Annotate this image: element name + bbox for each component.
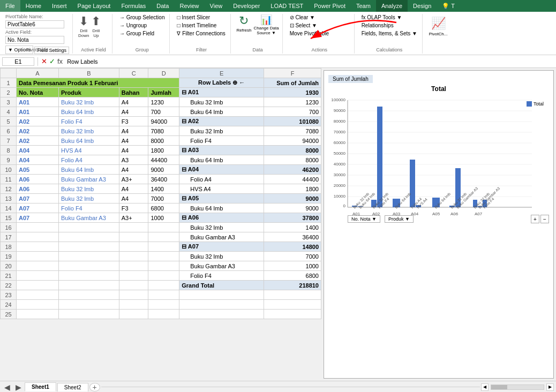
scrollbar-controls: ◀ ▶ xyxy=(481,383,554,391)
table-row: 13 A07 Buku 32 lmb A4 7000 ⊟ A05 9000 xyxy=(1,194,321,203)
formula-bar: ✕ ✓ fx xyxy=(0,55,556,68)
menu-design[interactable]: Design xyxy=(408,0,437,12)
clear-button[interactable]: ⊘ Clear ▼ xyxy=(288,14,317,21)
table-row: 21 Folio F4 6800 xyxy=(1,271,321,281)
chart-collapse-button[interactable]: − xyxy=(540,215,549,223)
ribbon-group-calculations: fx OLAP Tools ▼ Relationships Fields, It… xyxy=(357,14,423,54)
group-selection-button[interactable]: → Group Selection xyxy=(118,14,167,21)
ribbon-group-filter: □ Insert Slicer □ Insert Timeline ∇ Filt… xyxy=(172,14,231,54)
group-filter-label: Filter xyxy=(172,47,230,52)
drill-up-button[interactable]: ⬆ DrillUp xyxy=(91,14,101,38)
no-nota-filter[interactable]: No. Nota ▼ xyxy=(348,215,380,223)
active-field-input[interactable] xyxy=(5,36,64,44)
ribbon-group-actions: ⊘ Clear ▼ ⊡ Select ▼ Move PivotTable Act… xyxy=(285,14,355,54)
chart-expand-button[interactable]: + xyxy=(531,215,539,223)
refresh-button[interactable]: ↻ Refresh xyxy=(236,14,251,33)
spreadsheet-area[interactable]: A B C D E F 1 Data Pemesanan Produk 1 Fe… xyxy=(0,68,321,381)
table-row: 7 A02 Buku 64 lmb A4 8000 Folio F4 94000 xyxy=(1,136,321,146)
svg-text:0: 0 xyxy=(343,203,346,208)
insert-slicer-button[interactable]: □ Insert Slicer xyxy=(175,14,212,21)
group-actions-label: Actions xyxy=(285,47,354,52)
move-pivottable-button[interactable]: Move PivotTable xyxy=(288,30,330,37)
pivotchart-button[interactable]: 📈 xyxy=(431,17,446,31)
table-row: 9 A04 Folio A4 A3 44400 Buku 64 lmb 8000 xyxy=(1,155,321,165)
sheets-bar: ◀ ▶ Sheet1 Sheet2 + ◀ ▶ xyxy=(0,381,556,392)
menu-load-test[interactable]: LOAD TEST xyxy=(265,0,309,12)
relationships-button[interactable]: Relationships xyxy=(360,22,395,29)
table-row: 5 A02 Folio F4 F3 94000 ⊟ A02 101080 xyxy=(1,117,321,126)
menu-team[interactable]: Team xyxy=(351,0,376,12)
bottom-bar: ◀ ▶ Sheet1 Sheet2 + ◀ ▶ ⊞ 🔒 ▤ ⊞ ⊟ − + 10… xyxy=(0,381,556,392)
add-sheet-button[interactable]: + xyxy=(89,383,100,391)
menu-analyze[interactable]: Analyze xyxy=(376,0,408,12)
menu-formulas[interactable]: Formulas xyxy=(116,0,151,12)
fields-items-button[interactable]: Fields, Items, & Sets ▼ xyxy=(360,30,419,37)
header-col-b: B xyxy=(59,69,119,78)
menu-home[interactable]: Home xyxy=(20,0,47,12)
filter-connections-button[interactable]: ∇ Filter Connections xyxy=(175,30,227,37)
svg-text:A05: A05 xyxy=(432,212,440,216)
column-headers: A B C D E F xyxy=(1,69,321,78)
svg-text:90000: 90000 xyxy=(334,108,346,113)
drill-down-button[interactable]: ⬇ DrillDown xyxy=(78,14,89,38)
table-row: 15 A07 Buku Gambar A3 A3+ 1000 ⊟ A06 378… xyxy=(1,213,321,223)
main-area: A B C D E F 1 Data Pemesanan Produk 1 Fe… xyxy=(0,68,556,381)
change-data-source-button[interactable]: 📊 Change DataSource ▼ xyxy=(253,14,279,35)
menu-help[interactable]: 💡 T xyxy=(437,0,460,12)
svg-text:30000: 30000 xyxy=(334,172,346,177)
scrollbar-thumb xyxy=(491,385,507,389)
table-row: 25 xyxy=(1,310,321,319)
svg-text:80000: 80000 xyxy=(334,119,346,124)
table-row: 11 A06 Buku Gambar A3 A3+ 36400 Folio A4… xyxy=(1,175,321,184)
ribbon-group-pivottable: PivotTable Name: Active Field: ▼ Options… xyxy=(2,14,73,54)
menu-view[interactable]: View xyxy=(205,0,228,12)
ribbon-group-group: → Group Selection → Ungroup → Group Fiel… xyxy=(115,14,170,54)
ungroup-button[interactable]: → Ungroup xyxy=(118,22,148,29)
menu-data[interactable]: Data xyxy=(151,0,174,12)
menu-developer[interactable]: Developer xyxy=(228,0,265,12)
scroll-left-btn[interactable]: ◀ xyxy=(481,383,489,391)
sheet-tab-sheet2[interactable]: Sheet2 xyxy=(57,383,88,391)
menu-insert[interactable]: Insert xyxy=(47,0,72,12)
header-col-d: D xyxy=(148,69,179,78)
scroll-right-btn[interactable]: ▶ xyxy=(546,383,554,391)
sheet-bar-spacer xyxy=(101,387,480,387)
active-field-label: Active Field: xyxy=(5,29,32,35)
scroll-sheets-right[interactable]: ▶ xyxy=(13,383,24,391)
menu-file[interactable]: File xyxy=(0,0,20,12)
formula-input[interactable] xyxy=(65,58,554,65)
group-active-field-label: Active Field xyxy=(75,47,112,52)
table-row: 3 A01 Buku 32 lmb A4 1230 Buku 32 lmb 12… xyxy=(1,97,321,107)
chart-svg: 100000 90000 80000 70000 60000 50000 400… xyxy=(328,95,537,213)
select-button[interactable]: ⊡ Select ▼ xyxy=(288,22,319,29)
group-field-button[interactable]: → Group Field xyxy=(118,30,156,37)
horizontal-scrollbar[interactable] xyxy=(491,385,544,390)
table-row: 6 A02 Buku 32 lmb A4 7080 Buku 32 lmb 70… xyxy=(1,126,321,136)
pivottable-name-input[interactable] xyxy=(5,20,64,28)
header-col-a: A xyxy=(17,69,59,78)
header-col-c: C xyxy=(119,69,148,78)
table-row: 8 A04 HVS A4 A4 1800 ⊟ A03 8000 xyxy=(1,146,321,155)
legend-color xyxy=(527,101,532,107)
grand-total-row: 22 Grand Total 218810 xyxy=(1,281,321,290)
chart-sum-label: Sum of Jumlah xyxy=(328,75,373,83)
svg-rect-32 xyxy=(410,160,415,207)
svg-text:20000: 20000 xyxy=(334,183,346,188)
table-row: 1 Data Pemesanan Produk 1 Februari Row L… xyxy=(1,78,321,88)
sheet-tab-sheet1[interactable]: Sheet1 xyxy=(25,382,56,391)
table-row: 16 Buku 32 lmb 1400 xyxy=(1,223,321,232)
ribbon-group-data: ↻ Refresh 📊 Change DataSource ▼ Data xyxy=(233,14,282,54)
ribbon: PivotTable Name: Active Field: ▼ Options… xyxy=(0,12,556,55)
insert-timeline-button[interactable]: □ Insert Timeline xyxy=(175,22,218,29)
menu-review[interactable]: Review xyxy=(174,0,204,12)
produk-filter[interactable]: Produk ▼ xyxy=(385,215,414,223)
table-row: 24 xyxy=(1,300,321,310)
menu-power-pivot[interactable]: Power Pivot xyxy=(309,0,351,12)
group-data-label: Data xyxy=(233,47,282,52)
table-row: 4 A01 Buku 64 lmb A4 700 Buku 64 lmb 700 xyxy=(1,107,321,117)
olap-tools-button[interactable]: fx OLAP Tools ▼ xyxy=(360,14,404,21)
menu-page-layout[interactable]: Page Layout xyxy=(72,0,116,12)
scroll-sheets-left[interactable]: ◀ xyxy=(2,383,12,391)
table-row: 17 Buku Gambar A3 36400 xyxy=(1,232,321,242)
ribbon-group-pivotchart: 📈 PivotCh... xyxy=(425,14,452,54)
